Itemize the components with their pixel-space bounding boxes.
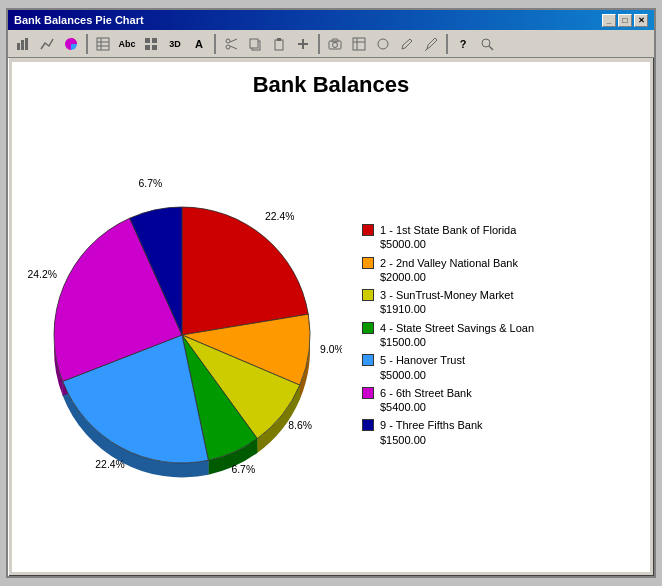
toolbar-3d[interactable]: 3D: [164, 33, 186, 55]
legend-label: 6 - 6th Street Bank$5400.00: [380, 386, 472, 415]
svg-rect-1: [21, 40, 24, 50]
svg-text:6.7%: 6.7%: [231, 464, 255, 475]
svg-point-11: [226, 39, 230, 43]
svg-rect-10: [152, 45, 157, 50]
legend-item: 2 - 2nd Valley National Bank$2000.00: [362, 256, 640, 285]
toolbar: Abc 3D A: [8, 30, 654, 58]
svg-line-13: [230, 39, 237, 42]
minimize-button[interactable]: _: [602, 14, 616, 27]
title-bar-title: Bank Balances Pie Chart: [14, 14, 144, 26]
svg-line-30: [489, 46, 493, 50]
toolbar-help[interactable]: ?: [452, 33, 474, 55]
svg-rect-0: [17, 43, 20, 50]
legend-color-box: [362, 322, 374, 334]
close-button[interactable]: ✕: [634, 14, 648, 27]
svg-text:8.6%: 8.6%: [288, 420, 312, 431]
svg-point-27: [378, 39, 388, 49]
svg-point-29: [482, 39, 490, 47]
svg-line-28: [425, 49, 427, 51]
legend-item: 4 - State Street Savings & Loan$1500.00: [362, 321, 640, 350]
toolbar-circle[interactable]: [372, 33, 394, 55]
legend-item: 6 - 6th Street Bank$5400.00: [362, 386, 640, 415]
legend-label: 2 - 2nd Valley National Bank$2000.00: [380, 256, 518, 285]
title-bar: Bank Balances Pie Chart _ □ ✕: [8, 10, 654, 30]
sep3: [318, 34, 320, 54]
pie-chart: 22.4%9.0%8.6%6.7%22.4%24.2%6.7%: [22, 175, 342, 495]
legend-color-box: [362, 419, 374, 431]
maximize-button[interactable]: □: [618, 14, 632, 27]
svg-rect-7: [145, 38, 150, 43]
toolbar-copy[interactable]: [244, 33, 266, 55]
toolbar-search[interactable]: [476, 33, 498, 55]
chart-area: 22.4%9.0%8.6%6.7%22.4%24.2%6.7% 1 - 1st …: [22, 108, 640, 562]
sep1: [86, 34, 88, 54]
chart-legend: 1 - 1st State Bank of Florida$5000.002 -…: [342, 223, 640, 447]
svg-rect-24: [353, 38, 365, 50]
toolbar-paste[interactable]: [268, 33, 290, 55]
svg-point-22: [333, 42, 338, 47]
svg-rect-3: [97, 38, 109, 50]
legend-item: 9 - Three Fifths Bank$1500.00: [362, 418, 640, 447]
svg-text:24.2%: 24.2%: [28, 269, 57, 280]
svg-text:22.4%: 22.4%: [95, 459, 124, 470]
toolbar-text[interactable]: Abc: [116, 33, 138, 55]
legend-label: 5 - Hanover Trust$5000.00: [380, 353, 465, 382]
chart-title: Bank Balances: [253, 72, 410, 98]
toolbar-pie-chart[interactable]: [60, 33, 82, 55]
toolbar-line-chart[interactable]: [36, 33, 58, 55]
toolbar-bar-chart[interactable]: [12, 33, 34, 55]
toolbar-pencil[interactable]: [396, 33, 418, 55]
legend-item: 3 - SunTrust-Money Market$1910.00: [362, 288, 640, 317]
legend-color-box: [362, 289, 374, 301]
toolbar-grid[interactable]: [140, 33, 162, 55]
svg-line-14: [230, 46, 237, 49]
toolbar-table[interactable]: [92, 33, 114, 55]
sep4: [446, 34, 448, 54]
legend-color-box: [362, 354, 374, 366]
legend-color-box: [362, 224, 374, 236]
svg-text:6.7%: 6.7%: [139, 178, 163, 189]
toolbar-pen[interactable]: [420, 33, 442, 55]
legend-label: 4 - State Street Savings & Loan$1500.00: [380, 321, 534, 350]
svg-rect-8: [152, 38, 157, 43]
legend-label: 9 - Three Fifths Bank$1500.00: [380, 418, 483, 447]
legend-color-box: [362, 387, 374, 399]
toolbar-scissors[interactable]: [220, 33, 242, 55]
legend-color-box: [362, 257, 374, 269]
legend-label: 3 - SunTrust-Money Market$1910.00: [380, 288, 513, 317]
toolbar-text2[interactable]: A: [188, 33, 210, 55]
title-bar-controls: _ □ ✕: [602, 14, 648, 27]
svg-text:9.0%: 9.0%: [320, 344, 342, 355]
svg-rect-2: [25, 38, 28, 50]
svg-rect-17: [275, 40, 283, 50]
toolbar-add[interactable]: [292, 33, 314, 55]
legend-label: 1 - 1st State Bank of Florida$5000.00: [380, 223, 516, 252]
toolbar-camera[interactable]: [324, 33, 346, 55]
legend-item: 5 - Hanover Trust$5000.00: [362, 353, 640, 382]
svg-rect-9: [145, 45, 150, 50]
svg-rect-16: [250, 39, 258, 48]
chart-content: Bank Balances 22.4%9.0%8.6%6.7%22.4%24.2…: [12, 62, 650, 572]
svg-text:22.4%: 22.4%: [265, 211, 294, 222]
svg-rect-18: [277, 38, 281, 41]
toolbar-grid2[interactable]: [348, 33, 370, 55]
window-title: Bank Balances Pie Chart: [14, 14, 144, 26]
main-window: Bank Balances Pie Chart _ □ ✕ Abc 3D: [6, 8, 656, 578]
sep2: [214, 34, 216, 54]
pie-svg: 22.4%9.0%8.6%6.7%22.4%24.2%6.7%: [22, 175, 342, 495]
svg-point-12: [226, 45, 230, 49]
legend-item: 1 - 1st State Bank of Florida$5000.00: [362, 223, 640, 252]
